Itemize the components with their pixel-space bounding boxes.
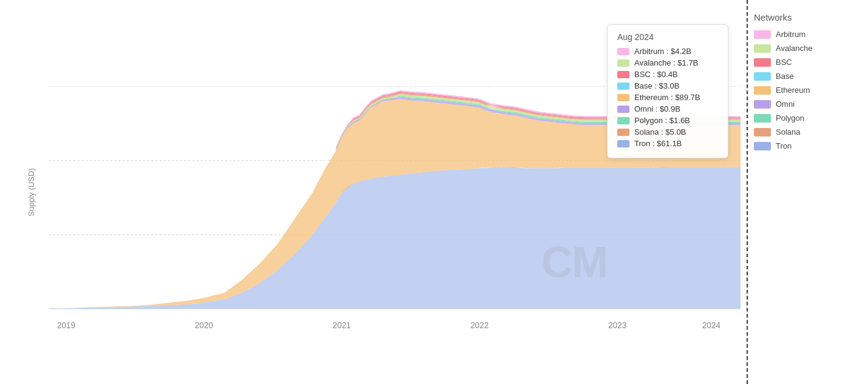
tooltip-swatch bbox=[617, 106, 629, 113]
tooltip-swatch bbox=[617, 59, 629, 67]
legend-swatch bbox=[754, 86, 771, 95]
tooltip-row-label: Arbitrum : $4.2B bbox=[634, 47, 691, 56]
legend-swatch bbox=[754, 44, 771, 53]
tooltip-swatch bbox=[617, 71, 629, 78]
legend-item[interactable]: Base bbox=[754, 72, 859, 81]
tooltip-row-item: Polygon : $1.6B bbox=[617, 116, 718, 125]
tooltip-swatch bbox=[617, 117, 629, 124]
legend-items: ArbitrumAvalancheBSCBaseEthereumOmniPoly… bbox=[754, 30, 859, 155]
tooltip-swatch bbox=[617, 129, 629, 136]
legend-panel: Networks ArbitrumAvalancheBSCBaseEthereu… bbox=[747, 0, 868, 384]
tooltip-row-item: Ethereum : $89.7B bbox=[617, 93, 718, 102]
legend-item-label: Polygon bbox=[776, 113, 804, 123]
tooltip-row-label: Solana : $5.0B bbox=[634, 127, 686, 136]
legend-item-label: Arbitrum bbox=[776, 30, 805, 39]
svg-text:2020: 2020 bbox=[195, 320, 213, 330]
legend-item-label: Base bbox=[776, 72, 794, 81]
legend-item[interactable]: BSC bbox=[754, 58, 859, 67]
legend-item[interactable]: Avalanche bbox=[754, 44, 859, 53]
tooltip-swatch bbox=[617, 140, 629, 147]
tooltip-swatch bbox=[617, 48, 629, 55]
legend-swatch bbox=[754, 100, 771, 109]
legend-title: Networks bbox=[754, 12, 859, 22]
legend-swatch bbox=[754, 58, 771, 67]
tooltip-row-label: Tron : $61.1B bbox=[634, 139, 682, 148]
tooltip-row-item: Tron : $61.1B bbox=[617, 139, 718, 148]
tooltip-row-item: Avalanche : $1.7B bbox=[617, 58, 718, 67]
tooltip-swatch bbox=[617, 94, 629, 101]
chart-container: Supply (USD) $0B $50B $100B $150B bbox=[0, 0, 868, 384]
legend-item[interactable]: Solana bbox=[754, 127, 859, 136]
tooltip-swatch bbox=[617, 83, 629, 90]
legend-item[interactable]: Ethereum bbox=[754, 86, 859, 95]
legend-item[interactable]: Polygon bbox=[754, 113, 859, 123]
legend-item-label: Solana bbox=[776, 127, 800, 136]
legend-item-label: Tron bbox=[776, 141, 792, 150]
tooltip-row-label: Ethereum : $89.7B bbox=[634, 93, 700, 102]
y-axis-label: Supply (USD) bbox=[27, 168, 36, 216]
tooltip-row-label: Omni : $0.9B bbox=[634, 104, 680, 113]
svg-text:2023: 2023 bbox=[608, 320, 626, 330]
legend-item-label: Avalanche bbox=[776, 44, 812, 53]
legend-item-label: Ethereum bbox=[776, 86, 810, 95]
tooltip-rows: Arbitrum : $4.2BAvalanche : $1.7BBSC : $… bbox=[617, 47, 718, 148]
tooltip-row-label: Polygon : $1.6B bbox=[634, 116, 690, 125]
chart-area: Supply (USD) $0B $50B $100B $150B bbox=[0, 0, 747, 384]
legend-swatch bbox=[754, 114, 771, 123]
tooltip-row-item: Arbitrum : $4.2B bbox=[617, 47, 718, 56]
legend-swatch bbox=[754, 30, 771, 39]
legend-item[interactable]: Tron bbox=[754, 141, 859, 150]
svg-text:2022: 2022 bbox=[470, 320, 489, 330]
tooltip-row-item: Base : $3.0B bbox=[617, 81, 718, 90]
legend-item-label: BSC bbox=[776, 58, 792, 67]
tooltip-date: Aug 2024 bbox=[617, 32, 718, 42]
legend-swatch bbox=[754, 142, 771, 150]
legend-item[interactable]: Arbitrum bbox=[754, 30, 859, 39]
tooltip-row-item: BSC : $0.4B bbox=[617, 70, 718, 79]
chart-inner: $0B $50B $100B $150B 2019 2020 2021 2022… bbox=[49, 12, 741, 348]
legend-swatch bbox=[754, 128, 771, 136]
tooltip-row-label: Avalanche : $1.7B bbox=[634, 58, 698, 67]
legend-swatch bbox=[754, 72, 771, 81]
svg-text:2024: 2024 bbox=[702, 320, 721, 330]
svg-text:2019: 2019 bbox=[57, 320, 75, 330]
tooltip: Aug 2024 Arbitrum : $4.2BAvalanche : $1.… bbox=[607, 24, 728, 158]
tooltip-row-item: Solana : $5.0B bbox=[617, 127, 718, 136]
legend-item[interactable]: Omni bbox=[754, 99, 859, 109]
tooltip-row-label: Base : $3.0B bbox=[634, 81, 679, 90]
svg-text:2021: 2021 bbox=[333, 320, 351, 330]
tooltip-row-label: BSC : $0.4B bbox=[634, 70, 678, 79]
legend-item-label: Omni bbox=[776, 99, 795, 109]
tooltip-row-item: Omni : $0.9B bbox=[617, 104, 718, 113]
